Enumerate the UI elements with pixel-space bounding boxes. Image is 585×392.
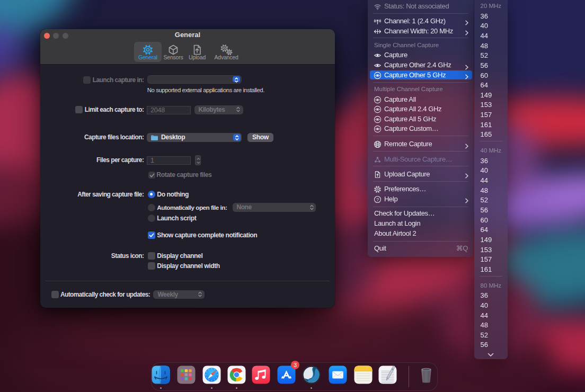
- svg-text:?: ?: [376, 197, 379, 202]
